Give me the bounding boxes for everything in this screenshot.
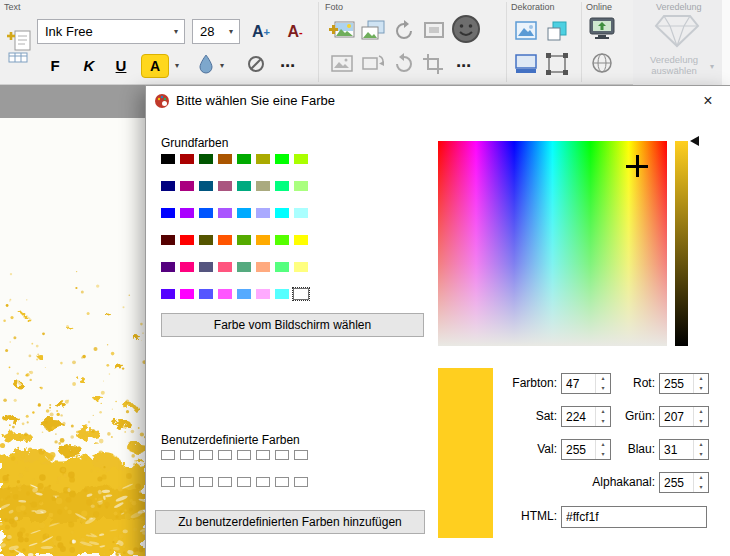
custom-color-swatch[interactable] — [256, 450, 270, 460]
deco-image-button[interactable] — [512, 19, 540, 46]
veredelung-select-button[interactable]: Veredelung auswählen — [635, 54, 713, 76]
basic-color-swatch[interactable] — [218, 208, 232, 218]
basic-color-swatch[interactable] — [161, 262, 175, 272]
basic-color-swatch[interactable] — [199, 154, 213, 164]
spin-down-icon[interactable]: ▾ — [694, 384, 708, 394]
custom-color-swatch[interactable] — [237, 450, 251, 460]
basic-color-swatch[interactable] — [218, 181, 232, 191]
value-slider[interactable] — [675, 141, 688, 346]
value-slider-arrow[interactable] — [690, 136, 699, 146]
basic-color-swatch[interactable] — [180, 289, 194, 299]
basic-color-swatch[interactable] — [199, 208, 213, 218]
red-value[interactable]: 255 — [660, 374, 693, 393]
basic-color-swatch[interactable] — [161, 154, 175, 164]
alpha-value[interactable]: 255 — [660, 473, 693, 492]
custom-color-swatch[interactable] — [180, 477, 194, 487]
basic-color-swatch[interactable] — [180, 262, 194, 272]
basic-color-swatch[interactable] — [199, 262, 213, 272]
basic-color-swatch[interactable] — [199, 289, 213, 299]
basic-color-swatch[interactable] — [199, 181, 213, 191]
basic-color-swatch[interactable] — [237, 181, 251, 191]
red-spinbox[interactable]: 255 ▴▾ — [659, 373, 709, 394]
chevron-down-icon[interactable]: ▾ — [168, 27, 184, 36]
basic-color-swatch[interactable] — [218, 154, 232, 164]
basic-color-swatch[interactable] — [218, 289, 232, 299]
chevron-down-icon[interactable]: ▾ — [214, 61, 230, 70]
rotate-left-button[interactable] — [390, 53, 418, 79]
basic-color-swatch[interactable] — [161, 181, 175, 191]
basic-color-swatch[interactable] — [180, 235, 194, 245]
decrease-font-button[interactable]: A- — [280, 19, 310, 45]
basic-color-swatch[interactable] — [237, 208, 251, 218]
photo-thumbnail-button[interactable] — [328, 53, 356, 79]
custom-color-swatch[interactable] — [199, 450, 213, 460]
custom-color-swatch[interactable] — [294, 450, 308, 460]
chevron-down-icon[interactable]: ▾ — [710, 62, 714, 71]
photo-more-button[interactable]: ⋯ — [450, 53, 478, 79]
alpha-spinbox[interactable]: 255 ▴▾ — [659, 472, 709, 493]
crop-button[interactable] — [420, 53, 448, 79]
deco-shapes-button[interactable] — [543, 19, 571, 46]
deco-banner-button[interactable] — [512, 53, 540, 79]
basic-color-swatch[interactable] — [237, 235, 251, 245]
basic-color-swatch[interactable] — [161, 208, 175, 218]
add-custom-colors-button[interactable]: Zu benutzerdefinierten Farben hinzufügen — [155, 510, 425, 534]
green-value[interactable]: 207 — [660, 407, 693, 426]
custom-color-swatch[interactable] — [275, 450, 289, 460]
basic-color-swatch[interactable] — [275, 262, 289, 272]
custom-color-swatch[interactable] — [218, 477, 232, 487]
basic-color-swatch[interactable] — [237, 262, 251, 272]
no-color-button[interactable] — [242, 52, 270, 79]
html-color-input[interactable] — [561, 506, 707, 528]
bold-button[interactable]: F — [41, 52, 69, 79]
basic-color-swatch[interactable] — [294, 154, 308, 164]
basic-color-swatch[interactable] — [275, 289, 289, 299]
spin-up-icon[interactable]: ▴ — [694, 473, 708, 483]
underline-button[interactable]: U — [107, 52, 135, 79]
green-spinbox[interactable]: 207 ▴▾ — [659, 406, 709, 427]
arrange-photos-button[interactable] — [359, 19, 387, 46]
new-text-button[interactable] — [3, 29, 35, 67]
font-family-select[interactable]: Ink Free ▾ — [37, 19, 185, 44]
spin-down-icon[interactable]: ▾ — [694, 483, 708, 493]
basic-color-swatch[interactable] — [256, 235, 270, 245]
basic-color-swatch[interactable] — [180, 154, 194, 164]
basic-color-swatch[interactable] — [161, 289, 175, 299]
basic-color-swatch[interactable] — [180, 181, 194, 191]
hue-saturation-field[interactable] — [438, 141, 667, 346]
custom-color-swatch[interactable] — [237, 477, 251, 487]
increase-font-button[interactable]: A+ — [246, 19, 276, 45]
blue-spinbox[interactable]: 31 ▴▾ — [659, 439, 709, 460]
fill-color-button[interactable]: ▾ — [194, 52, 234, 79]
basic-color-swatch[interactable] — [256, 262, 270, 272]
custom-color-swatch[interactable] — [275, 477, 289, 487]
basic-color-swatch[interactable] — [237, 289, 251, 299]
font-color-button[interactable]: A ▾ — [136, 51, 190, 80]
custom-color-swatch[interactable] — [180, 450, 194, 460]
basic-color-swatch[interactable] — [275, 208, 289, 218]
crosshair-icon[interactable] — [636, 155, 639, 177]
text-more-button[interactable]: ⋯ — [274, 52, 302, 79]
rotate-photo-button[interactable] — [390, 19, 418, 46]
chevron-down-icon[interactable]: ▾ — [223, 27, 239, 36]
basic-color-swatch[interactable] — [256, 154, 270, 164]
basic-color-swatch[interactable] — [218, 235, 232, 245]
custom-color-swatch[interactable] — [199, 477, 213, 487]
spin-down-icon[interactable]: ▾ — [694, 417, 708, 427]
spin-up-icon[interactable]: ▴ — [694, 440, 708, 450]
custom-color-swatch[interactable] — [161, 450, 175, 460]
photo-frame-button[interactable] — [420, 19, 448, 46]
basic-color-swatch[interactable] — [237, 154, 251, 164]
custom-color-swatch[interactable] — [161, 477, 175, 487]
font-size-select[interactable]: 28 ▾ — [192, 19, 240, 44]
italic-button[interactable]: K — [75, 52, 103, 79]
smiley-button[interactable] — [449, 14, 483, 48]
basic-color-swatch[interactable] — [256, 181, 270, 191]
basic-color-swatch[interactable] — [199, 235, 213, 245]
basic-color-swatch[interactable] — [180, 208, 194, 218]
close-button[interactable]: × — [686, 86, 730, 116]
online-globe-button[interactable] — [588, 52, 616, 78]
deco-frame-button[interactable] — [543, 53, 571, 79]
online-upload-button[interactable] — [586, 16, 618, 46]
blue-value[interactable]: 31 — [660, 440, 693, 459]
